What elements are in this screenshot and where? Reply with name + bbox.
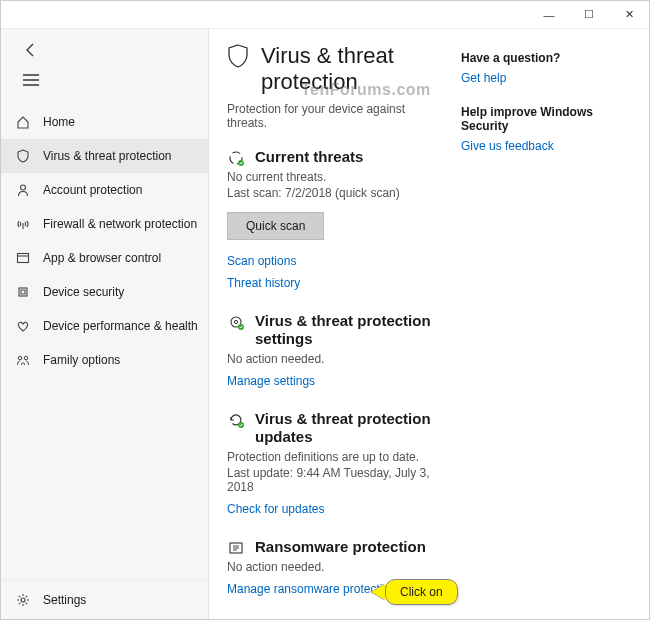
sidebar-item-family[interactable]: Family options [1, 343, 208, 377]
family-icon [15, 352, 31, 368]
section-title: Virus & threat protection updates [255, 410, 435, 446]
person-icon [15, 182, 31, 198]
settings-status: No action needed. [227, 352, 443, 366]
sidebar-item-account[interactable]: Account protection [1, 173, 208, 207]
folder-shield-icon [227, 539, 245, 557]
sidebar-item-device-security[interactable]: Device security [1, 275, 208, 309]
section-protection-updates: Virus & threat protection updates Protec… [227, 410, 443, 516]
aside-panel: Have a question? Get help Help improve W… [461, 39, 631, 604]
minimize-button[interactable]: — [529, 1, 569, 29]
section-protection-settings: Virus & threat protection settings No ac… [227, 312, 443, 388]
sidebar-item-label: Family options [43, 353, 120, 367]
title-bar: — ☐ ✕ [1, 1, 649, 29]
section-title: Virus & threat protection settings [255, 312, 435, 348]
aside-feedback-heading: Help improve Windows Security [461, 105, 631, 133]
sidebar-item-firewall[interactable]: Firewall & network protection [1, 207, 208, 241]
sidebar-item-label: Account protection [43, 183, 142, 197]
shield-icon [227, 44, 249, 68]
threat-history-link[interactable]: Threat history [227, 276, 443, 290]
svg-point-4 [18, 356, 22, 360]
page-title: Virus & threat protection [261, 43, 443, 96]
sidebar-item-label: Firewall & network protection [43, 217, 197, 231]
section-title: Current threats [255, 148, 363, 166]
sidebar-item-label: Device security [43, 285, 124, 299]
sidebar-item-label: App & browser control [43, 251, 161, 265]
gear-icon [15, 592, 31, 608]
callout-arrow-icon [371, 584, 385, 600]
close-button[interactable]: ✕ [609, 1, 649, 29]
window-icon [15, 250, 31, 266]
aside-question-heading: Have a question? [461, 51, 631, 65]
update-icon [227, 411, 245, 429]
quick-scan-button[interactable]: Quick scan [227, 212, 324, 240]
sidebar-item-app-browser[interactable]: App & browser control [1, 241, 208, 275]
sidebar-item-performance[interactable]: Device performance & health [1, 309, 208, 343]
last-update-text: Last update: 9:44 AM Tuesday, July 3, 20… [227, 466, 443, 494]
sidebar-item-virus-threat[interactable]: Virus & threat protection [1, 139, 208, 173]
svg-point-5 [24, 356, 28, 360]
sidebar-item-label: Device performance & health [43, 319, 198, 333]
check-updates-link[interactable]: Check for updates [227, 502, 443, 516]
svg-point-0 [21, 185, 26, 190]
sidebar: Home Virus & threat protection Account p… [1, 29, 209, 619]
shield-icon [15, 148, 31, 164]
svg-rect-3 [21, 290, 25, 294]
give-feedback-link[interactable]: Give us feedback [461, 139, 631, 153]
main-content: Virus & threat protection Protection for… [209, 29, 649, 619]
ransomware-status: No action needed. [227, 560, 443, 574]
maximize-button[interactable]: ☐ [569, 1, 609, 29]
manage-settings-link[interactable]: Manage settings [227, 374, 443, 388]
section-current-threats: Current threats No current threats. Last… [227, 148, 443, 290]
svg-rect-1 [18, 254, 29, 263]
nav-list: Home Virus & threat protection Account p… [1, 105, 208, 579]
antenna-icon [15, 216, 31, 232]
svg-rect-2 [19, 288, 27, 296]
svg-point-10 [234, 320, 237, 323]
chip-icon [15, 284, 31, 300]
scan-icon [227, 149, 245, 167]
settings-shield-icon [227, 313, 245, 331]
page-subtitle: Protection for your device against threa… [227, 102, 443, 130]
home-icon [15, 114, 31, 130]
callout-label: Click on [385, 579, 458, 605]
sidebar-item-home[interactable]: Home [1, 105, 208, 139]
updates-status: Protection definitions are up to date. [227, 450, 443, 464]
back-button[interactable] [13, 35, 49, 65]
heart-icon [15, 318, 31, 334]
settings-label: Settings [43, 593, 86, 607]
sidebar-item-settings[interactable]: Settings [1, 579, 208, 619]
scan-options-link[interactable]: Scan options [227, 254, 443, 268]
last-scan-text: Last scan: 7/2/2018 (quick scan) [227, 186, 443, 200]
menu-button[interactable] [13, 65, 49, 95]
get-help-link[interactable]: Get help [461, 71, 631, 85]
current-threats-status: No current threats. [227, 170, 443, 184]
annotation-callout: Click on [371, 579, 458, 605]
section-title: Ransomware protection [255, 538, 426, 556]
sidebar-item-label: Virus & threat protection [43, 149, 172, 163]
svg-point-6 [21, 598, 25, 602]
sidebar-item-label: Home [43, 115, 75, 129]
